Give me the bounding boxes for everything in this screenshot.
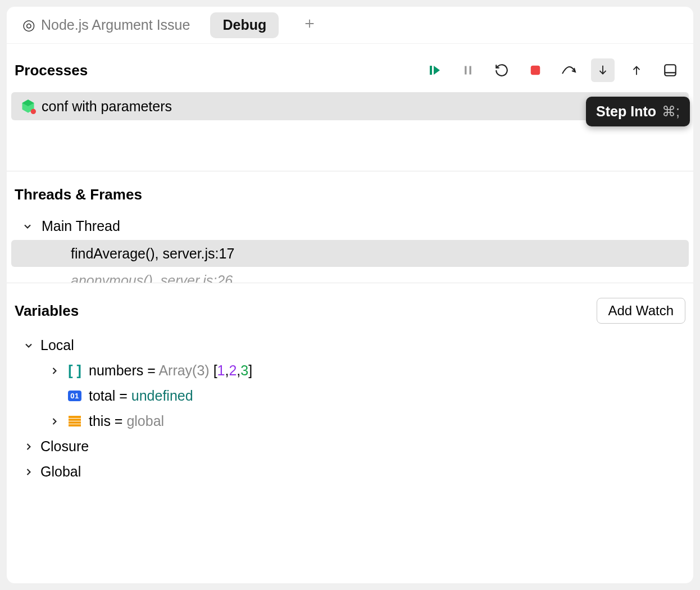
- svg-point-10: [31, 109, 36, 114]
- variable-expression: total = undefined: [89, 388, 193, 404]
- scope-label: Closure: [40, 438, 89, 455]
- tab-nodejs-issue[interactable]: ◎ Node.js Argument Issue: [10, 7, 202, 44]
- scope-global[interactable]: Global: [7, 459, 693, 484]
- frame-label: anonymous(), server.js:26: [71, 273, 233, 283]
- chevron-right-icon: [22, 441, 35, 452]
- step-out-button[interactable]: [625, 58, 648, 82]
- frame-label: findAverage(), server.js:17: [71, 246, 234, 262]
- variable-expression: this = global: [89, 413, 164, 429]
- tab-label: Debug: [222, 17, 266, 33]
- svg-rect-5: [531, 66, 540, 75]
- main-thread-row[interactable]: Main Thread: [7, 212, 693, 240]
- svg-rect-4: [470, 66, 471, 75]
- processes-heading: Processes: [15, 62, 88, 79]
- chevron-down-icon: [22, 340, 35, 351]
- resume-button[interactable]: [422, 58, 446, 82]
- frames-list: findAverage(), server.js:17 anonymous(),…: [7, 240, 693, 283]
- threads-section: Threads & Frames Main Thread findAverage…: [7, 171, 693, 283]
- add-watch-button[interactable]: Add Watch: [597, 298, 686, 324]
- stack-frame[interactable]: findAverage(), server.js:17: [11, 240, 689, 267]
- tabs-bar: ◎ Node.js Argument Issue Debug: [7, 7, 693, 44]
- rerun-button[interactable]: [490, 58, 513, 82]
- tooltip-label: Step Into: [596, 103, 656, 120]
- scope-local[interactable]: Local: [7, 333, 693, 358]
- processes-header: Processes: [7, 44, 693, 92]
- debug-panel: ◎ Node.js Argument Issue Debug Processes: [7, 7, 693, 583]
- variable-numbers[interactable]: [ ] numbers = Array(3) [1,2,3]: [7, 358, 693, 383]
- step-over-button[interactable]: [557, 58, 581, 82]
- spiral-icon: ◎: [22, 16, 35, 34]
- tab-debug[interactable]: Debug: [210, 12, 279, 38]
- step-into-button[interactable]: [591, 58, 615, 82]
- add-tab-button[interactable]: [303, 16, 316, 34]
- variables-heading: Variables: [15, 302, 79, 320]
- chevron-right-icon: [48, 365, 61, 376]
- tab-label: Node.js Argument Issue: [41, 17, 190, 33]
- stop-button[interactable]: [524, 58, 547, 82]
- scope-label: Local: [40, 337, 74, 353]
- pause-button[interactable]: [456, 58, 480, 82]
- svg-rect-2: [430, 66, 432, 75]
- tooltip-shortcut: ⌘;: [662, 103, 680, 120]
- object-icon: [66, 416, 83, 427]
- threads-heading: Threads & Frames: [7, 171, 693, 212]
- svg-rect-8: [665, 65, 676, 76]
- variable-total[interactable]: 01 total = undefined: [7, 383, 693, 409]
- debug-toolbar: [422, 58, 682, 82]
- process-label: conf with parameters: [42, 98, 172, 115]
- scope-closure[interactable]: Closure: [7, 434, 693, 459]
- array-icon: [ ]: [66, 362, 83, 379]
- layout-settings-button[interactable]: [658, 58, 682, 82]
- variables-header: Variables Add Watch: [7, 283, 693, 333]
- chevron-right-icon: [22, 466, 35, 478]
- svg-rect-3: [465, 66, 466, 75]
- chevron-right-icon: [48, 416, 61, 427]
- thread-label: Main Thread: [42, 218, 120, 234]
- node-process-icon: [20, 98, 36, 114]
- stack-frame[interactable]: anonymous(), server.js:26: [11, 267, 689, 283]
- step-into-tooltip: Step Into ⌘;: [586, 97, 690, 126]
- primitive-icon: 01: [66, 391, 83, 401]
- variable-expression: numbers = Array(3) [1,2,3]: [89, 362, 252, 379]
- scope-label: Global: [40, 464, 81, 480]
- variable-this[interactable]: this = global: [7, 409, 693, 434]
- chevron-down-icon: [21, 221, 34, 232]
